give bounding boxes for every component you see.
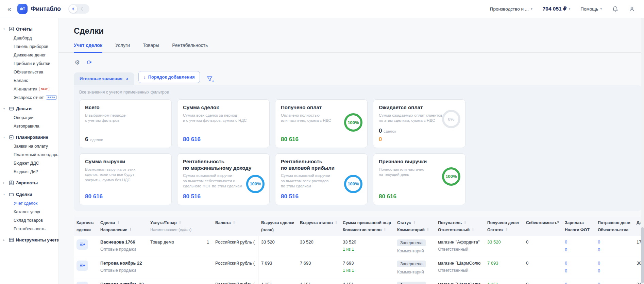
sidebar-item-payment-calendar[interactable]: Платежный календарь: [0, 150, 58, 159]
theme-toggle[interactable]: ☀ ☾: [68, 4, 89, 14]
tab-goods[interactable]: Товары: [143, 43, 159, 52]
deal-name[interactable]: Васнецова 1766: [100, 239, 144, 245]
user-profile-icon[interactable]: [629, 6, 635, 12]
app-logo[interactable]: ФТ Финтабло: [17, 4, 61, 14]
sidebar-section-reports: ▾ Отчёты Дашборд Панель приборов Движени…: [0, 24, 58, 102]
salary-link[interactable]: 0: [565, 239, 592, 245]
sidebar-section-accounting-tools: ▸ Инструменты учета: [0, 235, 58, 245]
tab-deals-accounting[interactable]: Учет сделок: [74, 43, 102, 52]
column-menu-icon[interactable]: ⋮: [471, 228, 475, 232]
fot-taxes-link[interactable]: 0: [565, 247, 592, 252]
sidebar-section-header-money[interactable]: ▾ Деньги: [0, 104, 58, 113]
sidebar-section-header-reports[interactable]: ▾ Отчёты: [0, 24, 58, 34]
sidebar-item-instruments-panel[interactable]: Панель приборов: [0, 42, 58, 51]
column-menu-icon[interactable]: ⋮: [129, 228, 132, 232]
column-menu-icon[interactable]: ⋮: [383, 228, 387, 232]
page-title: Сделки: [74, 26, 644, 36]
dark-theme-moon-icon[interactable]: ☾: [79, 5, 87, 13]
card-title: Признано выручки: [379, 158, 460, 165]
col-cost: Себестоимость*⋮: [523, 217, 562, 236]
sidebar-section-header-salaries[interactable]: ▸ Зарплаты: [0, 178, 58, 187]
section-expand-icon: ▾: [3, 136, 7, 139]
sidebar-item-budget-dir[interactable]: Бюджет ДиР: [0, 167, 58, 176]
sidebar-item-payment-requests[interactable]: Заявки на оплату: [0, 142, 58, 150]
sidebar-item-profitability[interactable]: Рентабельность: [0, 224, 58, 233]
sort-order-button[interactable]: ↓ Порядок добавления: [138, 71, 200, 83]
column-menu-icon[interactable]: ⋮: [426, 228, 430, 232]
sidebar-item-budget-dds[interactable]: Бюджет ДДС: [0, 159, 58, 167]
sidebar-section-header-accounting-tools[interactable]: ▸ Инструменты учета: [0, 235, 58, 245]
reports-icon: [9, 27, 14, 32]
column-menu-icon[interactable]: ⋮: [334, 220, 337, 225]
money-spent-link[interactable]: 0: [598, 239, 630, 245]
vertical-scrollbar[interactable]: [641, 18, 644, 284]
sidebar-item-goods-warehouse[interactable]: Склад товаров: [0, 216, 58, 224]
col-revenue-stages: Выручка этапов⋮: [297, 217, 340, 236]
card-value: 80 616: [85, 193, 103, 200]
salary-link[interactable]: 0: [565, 282, 592, 284]
balance-selector[interactable]: 704 051 ₽ ▾: [543, 6, 571, 12]
header-sublabel: сделки: [77, 228, 91, 232]
sidebar-item-autorules[interactable]: Автоправила: [0, 122, 58, 130]
sidebar-section-header-deals[interactable]: ▾ Сделки: [0, 190, 58, 199]
open-deal-card-button[interactable]: [77, 239, 88, 250]
deal-name[interactable]: Петрова ноябрь 22: [100, 261, 144, 266]
status-badge: Завершена: [397, 261, 426, 267]
sidebar-collapse-button[interactable]: «: [7, 5, 11, 12]
column-menu-icon[interactable]: ⋮: [232, 220, 236, 225]
deal-name[interactable]: Петрова октябрь 22: [100, 282, 144, 284]
sidebar-item-services-catalog[interactable]: Каталог услуг: [0, 207, 58, 216]
card-title: Получено оплат: [281, 104, 362, 111]
sidebar-item-profit-loss[interactable]: Прибыли и убытки: [0, 59, 58, 68]
header-sublabel: (план): [261, 228, 274, 232]
sidebar-item-money-flow[interactable]: Движение денег: [0, 51, 58, 59]
help-menu[interactable]: Помощь ▾: [580, 6, 602, 12]
column-menu-icon[interactable]: ⋮: [412, 220, 416, 225]
revenue-plan: 33 520: [261, 239, 294, 245]
company-selector[interactable]: Производство и ... ▾: [490, 6, 532, 12]
sidebar-item-ai-analyst[interactable]: AI-аналитикNEW: [0, 85, 58, 93]
sidebar-item-express-report[interactable]: Экспресс отчетBETA: [0, 93, 58, 102]
refresh-icon[interactable]: ⟳: [87, 60, 92, 66]
sidebar-item-operations[interactable]: Операции: [0, 113, 58, 122]
column-menu-icon[interactable]: ⋮: [178, 220, 182, 225]
sidebar-item-balance[interactable]: Баланс: [0, 76, 58, 85]
card-value: 6: [85, 136, 88, 143]
col-deal-card: Карточка сделки: [74, 217, 98, 236]
notifications-bell-icon[interactable]: [612, 6, 618, 12]
header-label: Зарплата: [565, 220, 584, 225]
item-label: Склад товаров: [14, 218, 43, 223]
column-menu-icon[interactable]: ⋮: [505, 228, 509, 232]
sidebar-item-liabilities[interactable]: Обязательства: [0, 68, 58, 76]
sidebar-item-deals-accounting[interactable]: Учет сделок: [0, 199, 58, 207]
filter-funnel-icon[interactable]: +: [207, 76, 213, 82]
settings-gear-icon[interactable]: ⚙: [74, 60, 80, 66]
liabilities-link[interactable]: 0: [598, 268, 630, 273]
item-label: Движение денег: [14, 53, 46, 57]
open-deal-card-button[interactable]: [77, 261, 88, 271]
tab-profitability[interactable]: Рентабельность: [172, 43, 208, 52]
light-theme-sun-icon[interactable]: ☀: [69, 5, 77, 13]
salary-link[interactable]: 0: [565, 261, 592, 266]
sidebar-item-dashboard[interactable]: Дашборд: [0, 34, 58, 42]
scrollbar-thumb[interactable]: [641, 227, 644, 283]
comment-link[interactable]: Комментарий: [397, 249, 432, 253]
money-spent-link[interactable]: 0: [598, 261, 630, 266]
column-menu-icon[interactable]: ⋮: [630, 228, 630, 232]
sidebar-section-header-planning[interactable]: ▾ Планирование: [0, 133, 58, 142]
section-label: Зарплаты: [16, 180, 38, 185]
card-description: В выбранном периоде с учетом фильтров: [85, 113, 166, 123]
fot-taxes-link[interactable]: 0: [565, 268, 592, 273]
open-deal-card-button[interactable]: [77, 282, 88, 284]
comment-link[interactable]: Комментарий: [397, 270, 432, 274]
header-label: Получено денег: [487, 220, 520, 225]
header-sublabel: Остаток: [487, 228, 504, 232]
tab-services[interactable]: Услуги: [115, 43, 130, 52]
totals-toggle[interactable]: Итоговые значения ∧: [74, 72, 134, 85]
money-spent-link[interactable]: 0: [598, 282, 630, 284]
sort-order-label: Порядок добавления: [148, 74, 195, 80]
liabilities-link[interactable]: 0: [598, 247, 630, 252]
column-menu-icon[interactable]: ⋮: [116, 220, 120, 225]
column-menu-icon[interactable]: ⋮: [463, 220, 467, 225]
salaries-icon: [9, 180, 14, 185]
